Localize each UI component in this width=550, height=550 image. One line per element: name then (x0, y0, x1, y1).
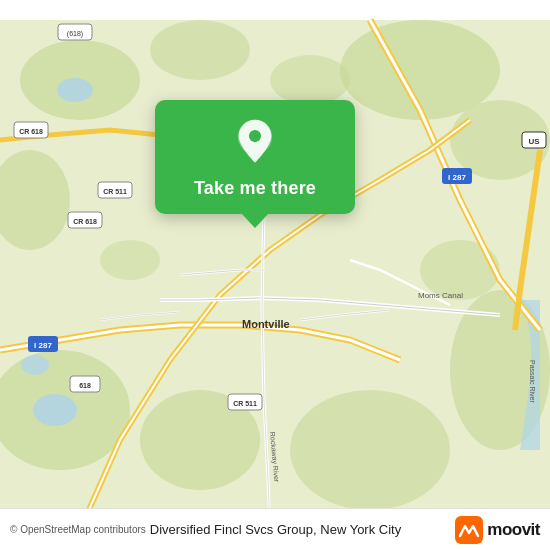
svg-text:Montville: Montville (242, 318, 290, 330)
svg-point-11 (100, 240, 160, 280)
popup-card: Take me there (155, 100, 355, 214)
bottom-bar: © OpenStreetMap contributors Diversified… (0, 508, 550, 550)
svg-text:618: 618 (79, 382, 91, 389)
svg-text:CR 511: CR 511 (233, 400, 257, 407)
svg-point-15 (21, 355, 49, 375)
svg-text:(618): (618) (67, 30, 83, 38)
svg-text:I 287: I 287 (34, 341, 52, 350)
attribution-text: © OpenStreetMap contributors (10, 524, 146, 535)
map-container: I 287 I 287 US CR 511 CR 618 618 CR 511 … (0, 0, 550, 550)
svg-point-8 (290, 390, 450, 510)
moovit-logo: moovit (455, 516, 540, 544)
svg-text:CR 618: CR 618 (19, 128, 43, 135)
svg-text:US: US (528, 137, 540, 146)
svg-point-39 (249, 130, 261, 142)
svg-point-14 (33, 394, 77, 426)
svg-text:CR 511: CR 511 (103, 188, 127, 195)
svg-text:Passaic River: Passaic River (529, 360, 536, 403)
svg-text:Moms Canal: Moms Canal (418, 291, 463, 300)
location-pin-icon (230, 118, 280, 168)
svg-text:I 287: I 287 (448, 173, 466, 182)
svg-rect-40 (455, 516, 483, 544)
svg-point-12 (270, 55, 350, 105)
svg-text:CR 618: CR 618 (73, 218, 97, 225)
svg-point-2 (150, 20, 250, 80)
moovit-brand-text: moovit (487, 520, 540, 540)
svg-point-13 (57, 78, 93, 102)
moovit-logo-icon (455, 516, 483, 544)
location-label: Diversified Fincl Svcs Group, New York C… (146, 522, 455, 537)
map-background: I 287 I 287 US CR 511 CR 618 618 CR 511 … (0, 0, 550, 550)
take-me-there-button[interactable]: Take me there (194, 178, 316, 200)
